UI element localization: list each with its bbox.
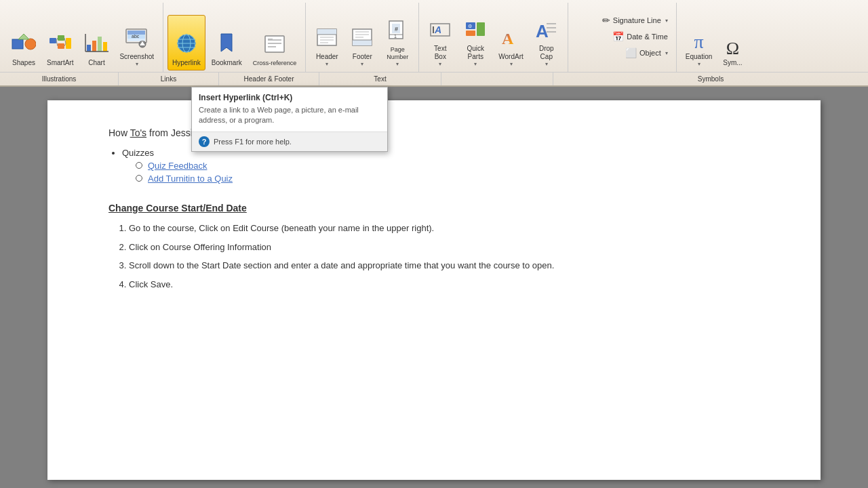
- signature-button[interactable]: ✏ Signature Line ▾: [598, 13, 672, 28]
- signature-icon: ✏: [602, 15, 610, 26]
- hyperlink-button[interactable]: Hyperlink: [167, 15, 205, 70]
- turnitin-link[interactable]: Add Turnitin to a Quiz: [148, 174, 233, 184]
- svg-rect-12: [92, 41, 96, 52]
- hyperlink-icon: [174, 33, 199, 58]
- svg-rect-0: [12, 39, 23, 49]
- screenshot-button[interactable]: abc Screenshot ▾: [115, 15, 159, 70]
- svg-marker-2: [18, 34, 29, 39]
- svg-line-8: [56, 41, 58, 46]
- header-button[interactable]: Header ▾: [310, 15, 344, 70]
- pagenum-button[interactable]: # 1 PageNumber ▾: [380, 15, 414, 70]
- circle-bullet-2: [136, 175, 142, 182]
- crossref-icon: —: [262, 33, 287, 58]
- shapes-button[interactable]: Shapes: [7, 15, 41, 70]
- svg-marker-30: [221, 34, 232, 52]
- illustrations-label: Illustrations: [0, 73, 119, 85]
- signature-label: Signature Line: [613, 16, 661, 24]
- step-1: Go to the course, Click on Edit Course (…: [129, 222, 760, 235]
- sublist-item-quiz-feedback: Quiz Feedback: [136, 161, 760, 171]
- links-group: Hyperlink Bookmark: [163, 3, 306, 72]
- header-footer-label: Header & Footer: [219, 73, 319, 85]
- signature-dropdown: ▾: [665, 18, 668, 24]
- quiz-feedback-link[interactable]: Quiz Feedback: [148, 161, 207, 171]
- equation-button[interactable]: π Equation ▾: [681, 15, 717, 70]
- screenshot-dropdown: ▾: [136, 61, 138, 67]
- wordart-button[interactable]: A WordArt ▾: [494, 15, 528, 70]
- crossref-label: Cross-reference: [253, 60, 297, 67]
- sublist-item-turnitin: Add Turnitin to a Quiz: [136, 174, 760, 184]
- datetime-label: Date & Time: [627, 33, 668, 41]
- svg-rect-21: [127, 39, 145, 41]
- pagenum-label: PageNumber: [387, 46, 408, 61]
- svg-text:A: A: [434, 24, 441, 35]
- step-4: Click Save.: [129, 278, 760, 291]
- textbox-label: TextBox: [434, 45, 446, 61]
- dropcap-icon: A: [534, 18, 559, 43]
- symbol-icon: Ω: [726, 40, 739, 58]
- datetime-icon: 📅: [612, 31, 624, 42]
- step-2: Click on Course Offering Information: [129, 241, 760, 254]
- text-label: Text: [319, 73, 441, 85]
- object-dropdown: ▾: [665, 50, 668, 56]
- numbered-steps-list: Go to the course, Click on Edit Course (…: [122, 222, 760, 291]
- tooltip-description: Create a link to a Web page, a picture, …: [192, 105, 387, 131]
- object-icon: ⬜: [625, 47, 637, 58]
- datetime-button[interactable]: 📅 Date & Time: [608, 29, 672, 44]
- svg-rect-58: [477, 22, 485, 36]
- hyperlink-label: Hyperlink: [172, 59, 201, 67]
- chart-button[interactable]: Chart: [79, 15, 113, 70]
- smartart-icon: [48, 33, 73, 58]
- symbol-button[interactable]: Ω Sym...: [718, 15, 747, 70]
- svg-line-10: [64, 43, 66, 46]
- crossref-button[interactable]: — Cross-reference: [248, 15, 302, 70]
- screenshot-icon: abc: [125, 26, 149, 52]
- symbols-group: π Equation ▾ Ω Sym...: [677, 3, 751, 72]
- help-icon: ?: [199, 136, 210, 147]
- tooltip-help: ? Press F1 for more help.: [192, 131, 387, 151]
- svg-text:A: A: [502, 30, 514, 47]
- smartart-button[interactable]: SmartArt: [42, 15, 78, 70]
- header-label: Header: [316, 53, 338, 61]
- object-button[interactable]: ⬜ Object ▾: [621, 45, 672, 60]
- tooltip-help-text: Press F1 for more help.: [214, 138, 292, 146]
- svg-point-1: [25, 39, 36, 49]
- wordart-icon: A: [499, 26, 524, 52]
- bookmark-label: Bookmark: [212, 59, 242, 67]
- illustrations-group: Shapes: [3, 3, 163, 72]
- svg-rect-3: [50, 38, 56, 43]
- smartart-label: SmartArt: [47, 59, 73, 67]
- header-icon: [315, 26, 339, 52]
- svg-rect-37: [317, 29, 336, 35]
- pagenum-icon: # 1: [385, 20, 410, 45]
- signature-group: ✏ Signature Line ▾ 📅 Date & Time ⬜ Objec…: [568, 3, 677, 72]
- bookmark-button[interactable]: Bookmark: [207, 15, 247, 70]
- svg-rect-57: [466, 30, 475, 36]
- textbox-button[interactable]: A TextBox ▾: [423, 15, 457, 70]
- footer-button[interactable]: Footer ▾: [345, 15, 379, 70]
- underlined-word: To's: [130, 127, 146, 138]
- list-item-quizzes: Quizzes Quiz Feedback Add Turnitin to a …: [122, 148, 760, 184]
- footer-icon: [350, 26, 374, 52]
- object-label: Object: [639, 49, 661, 57]
- dropcap-button[interactable]: A DropCap ▾: [530, 15, 564, 70]
- dropcap-label: DropCap: [539, 45, 554, 61]
- text-label2: [441, 73, 553, 85]
- textbox-icon: A: [428, 18, 452, 43]
- svg-rect-5: [58, 43, 64, 49]
- quickparts-button[interactable]: ⚙ QuickParts ▾: [458, 15, 492, 70]
- symbols-label: Symbols: [553, 73, 868, 85]
- footer-label: Footer: [353, 53, 372, 61]
- svg-text:#: #: [395, 26, 398, 33]
- document-page: How To's from Jessica's Emails Quizzes Q…: [47, 100, 821, 480]
- main-list: Quizzes Quiz Feedback Add Turnitin to a …: [122, 148, 760, 184]
- text-group: A TextBox ▾ ⚙: [419, 3, 568, 72]
- header-footer-group: Header ▾ Footer: [306, 3, 419, 72]
- symbol-label: Sym...: [723, 59, 742, 67]
- sublist-quizzes: Quiz Feedback Add Turnitin to a Quiz: [136, 161, 760, 184]
- section-heading: Change Course Start/End Date: [108, 203, 760, 214]
- svg-rect-14: [103, 42, 107, 52]
- equation-label: Equation: [686, 53, 712, 61]
- svg-rect-11: [87, 45, 91, 52]
- svg-rect-4: [58, 35, 64, 41]
- equation-icon: π: [694, 33, 703, 52]
